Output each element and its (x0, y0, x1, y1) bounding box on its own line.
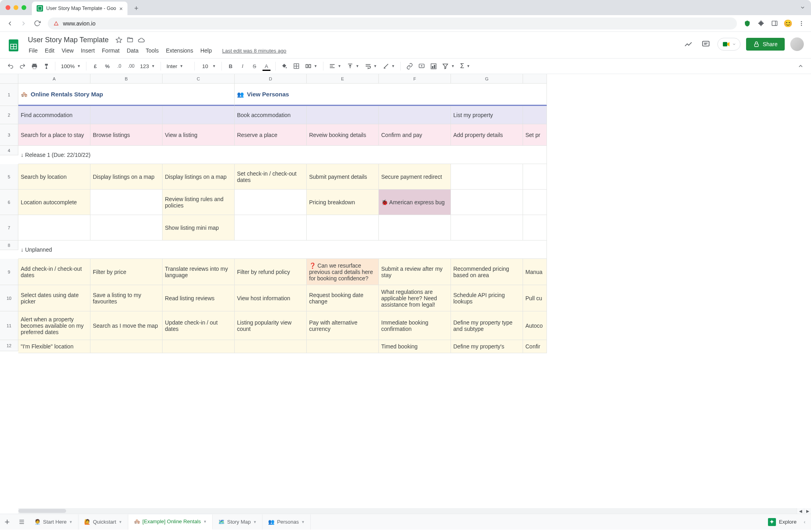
menu-extensions[interactable]: Extensions (163, 46, 196, 55)
sheet-tab[interactable]: 🗺️Story Map▼ (213, 514, 262, 530)
sheet-tab[interactable]: 🧑‍💼Start Here▼ (29, 514, 78, 530)
fill-color-button[interactable] (279, 61, 290, 72)
cell[interactable]: Set pr (523, 124, 547, 146)
meet-button[interactable] (717, 38, 740, 51)
row-header[interactable]: 9 (0, 259, 18, 285)
menu-insert[interactable]: Insert (78, 46, 98, 55)
cell[interactable] (90, 215, 163, 241)
link-button[interactable] (404, 61, 415, 72)
cell[interactable]: What regulations are applicable here? Ne… (379, 285, 451, 311)
cell[interactable]: Add check-in / check-out dates (18, 259, 90, 285)
back-button[interactable] (4, 18, 16, 29)
cloud-icon[interactable] (137, 36, 145, 44)
functions-button[interactable]: Σ▼ (458, 63, 472, 70)
cell[interactable] (523, 215, 547, 241)
release-header[interactable]: ↓ Release 1 (Due: 22/10/22) (18, 146, 547, 164)
currency-button[interactable]: £ (90, 61, 101, 72)
cell[interactable]: Confirm and pay (379, 124, 451, 146)
wrap-button[interactable]: ▼ (362, 63, 380, 69)
comment-button[interactable] (416, 61, 427, 72)
strike-button[interactable]: S (249, 61, 260, 72)
row-header[interactable]: 10 (0, 285, 18, 311)
cell[interactable]: Save a listing to my favourites (90, 285, 163, 311)
scroll-right-icon[interactable]: ▶ (804, 508, 811, 514)
cell[interactable]: Listing popularity view count (235, 311, 307, 340)
cell[interactable]: Select dates using date picker (18, 285, 90, 311)
cell[interactable]: Filter by price (90, 259, 163, 285)
cell[interactable]: 🐞 American express bug (379, 190, 451, 215)
menu-edit[interactable]: Edit (42, 46, 58, 55)
zoom-select[interactable]: 100%▼ (59, 63, 83, 69)
cell[interactable] (235, 215, 307, 241)
cell[interactable]: ❓ Can we resurface previous card details… (307, 259, 379, 285)
star-icon[interactable] (115, 36, 123, 44)
shield-icon[interactable] (742, 18, 753, 29)
activity-icon[interactable] (682, 38, 694, 50)
chevron-down-icon[interactable] (800, 5, 805, 10)
cell[interactable]: Timed booking (379, 340, 451, 353)
sheet-tab-active[interactable]: 🏘️[Example] Online Rentals▼ (128, 514, 213, 530)
cell[interactable]: 👥 View Personas (235, 84, 547, 106)
cell[interactable]: View a listing (163, 124, 235, 146)
window-controls[interactable] (6, 5, 26, 10)
cell[interactable]: List my property (451, 106, 523, 124)
merge-button[interactable]: ▼ (303, 63, 320, 69)
row-header[interactable]: 8 (0, 241, 18, 250)
account-avatar[interactable] (790, 37, 804, 51)
redo-button[interactable] (17, 61, 28, 72)
row-header[interactable]: 1 (0, 84, 18, 106)
row-header[interactable]: 4 (0, 146, 18, 155)
horizontal-scrollbar[interactable]: ◀▶ (18, 508, 811, 514)
cell[interactable]: Update check-in / out dates (163, 311, 235, 340)
cell[interactable] (90, 106, 163, 124)
cell[interactable] (90, 190, 163, 215)
decrease-decimal-button[interactable]: .0 (114, 61, 125, 72)
cell[interactable]: Autoco (523, 311, 547, 340)
row-header[interactable]: 3 (0, 124, 18, 146)
cell[interactable]: Schedule API pricing lookups (451, 285, 523, 311)
reload-button[interactable] (31, 18, 43, 29)
menu-data[interactable]: Data (123, 46, 142, 55)
cell[interactable]: Recommended pricing based on area (451, 259, 523, 285)
cell[interactable]: Request booking date change (307, 285, 379, 311)
cell[interactable]: Search as I move the map (90, 311, 163, 340)
comments-icon[interactable] (700, 38, 712, 50)
cell[interactable] (523, 190, 547, 215)
percent-button[interactable]: % (102, 61, 113, 72)
cell[interactable]: Display listings on a map (163, 164, 235, 190)
rotate-button[interactable]: ▼ (380, 63, 398, 69)
cell[interactable] (235, 340, 307, 353)
kebab-menu-icon[interactable] (796, 18, 807, 29)
cell[interactable] (451, 215, 523, 241)
cell[interactable]: Alert when a property becomes available … (18, 311, 90, 340)
font-size-select[interactable]: 10▼ (198, 63, 218, 69)
filter-button[interactable]: ▼ (440, 63, 457, 69)
undo-button[interactable] (5, 61, 16, 72)
address-bar[interactable] (48, 18, 737, 29)
menu-format[interactable]: Format (99, 46, 123, 55)
cell[interactable] (307, 106, 379, 124)
menu-tools[interactable]: Tools (143, 46, 162, 55)
collapse-toolbar-icon[interactable] (795, 61, 806, 72)
col-header[interactable]: E (307, 74, 379, 84)
cell[interactable]: Secure payment redirect (379, 164, 451, 190)
cell[interactable]: Display listings on a map (90, 164, 163, 190)
cell[interactable]: Location autocomplete (18, 190, 90, 215)
cell[interactable]: Review listing rules and policies (163, 190, 235, 215)
select-all-corner[interactable] (0, 74, 18, 84)
font-select[interactable]: Inter▼ (164, 63, 191, 69)
cell[interactable]: Add property details (451, 124, 523, 146)
cell[interactable]: Pay with alternative currency (307, 311, 379, 340)
row-header[interactable]: 2 (0, 106, 18, 124)
cell[interactable]: Submit payment details (307, 164, 379, 190)
menu-view[interactable]: View (59, 46, 77, 55)
cell[interactable] (523, 106, 547, 124)
cell[interactable]: Book accommodation (235, 106, 307, 124)
url-input[interactable] (63, 20, 731, 27)
sheets-logo[interactable] (6, 35, 22, 56)
menu-file[interactable]: File (25, 46, 41, 55)
row-header[interactable]: 5 (0, 164, 18, 190)
cell[interactable]: Reveiw booking details (307, 124, 379, 146)
cell[interactable]: Browse listings (90, 124, 163, 146)
increase-decimal-button[interactable]: .00 (125, 61, 137, 72)
